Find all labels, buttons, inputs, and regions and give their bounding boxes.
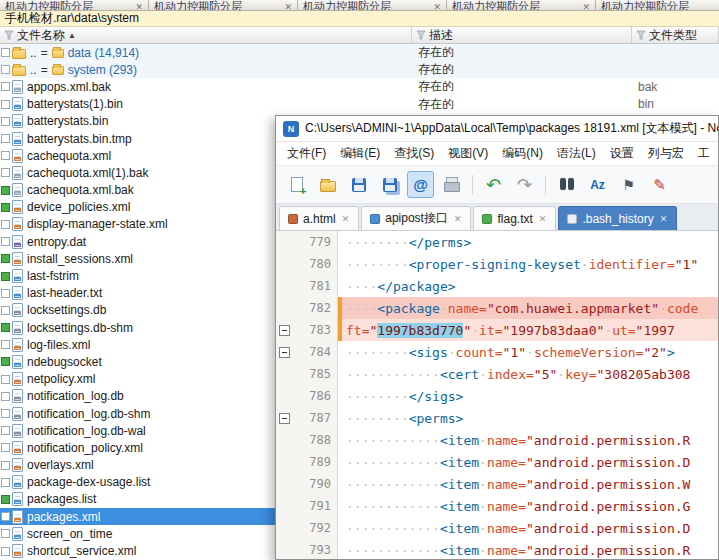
row-checkbox[interactable] xyxy=(1,272,10,281)
file-row[interactable]: ..=system (293)存在的 xyxy=(0,61,719,78)
filter-funnel-icon[interactable] xyxy=(4,30,14,40)
print-button[interactable] xyxy=(438,171,465,198)
menu-item[interactable]: 工 xyxy=(691,143,717,164)
row-checkbox[interactable] xyxy=(1,426,10,435)
row-checkbox[interactable] xyxy=(1,186,10,195)
menu-item[interactable]: 设置 xyxy=(603,143,641,164)
row-checkbox[interactable] xyxy=(1,547,10,556)
row-checkbox[interactable] xyxy=(1,220,10,229)
new-file-button[interactable] xyxy=(283,171,310,198)
code-line[interactable]: 780········<proper-signing-keyset·identi… xyxy=(276,253,718,275)
code-area[interactable]: 779········</perms>780········<proper-si… xyxy=(276,231,718,559)
code-line[interactable]: 793············<item·name="android.permi… xyxy=(276,539,718,559)
tab-close-icon[interactable]: ✕ xyxy=(433,2,441,10)
tab-close-icon[interactable]: ✕ xyxy=(341,214,351,224)
row-checkbox[interactable] xyxy=(1,100,10,109)
save-all-button[interactable] xyxy=(376,171,403,198)
undo-button[interactable]: ↶ xyxy=(480,171,507,198)
bookmark-flag-button[interactable]: ⚑ xyxy=(615,171,642,198)
tab-close-icon[interactable]: ✕ xyxy=(538,214,548,224)
code-line[interactable]: 791············<item·name="android.permi… xyxy=(276,495,718,517)
top-tab[interactable]: 机动力控期防分层✕ xyxy=(447,0,596,10)
row-checkbox[interactable] xyxy=(1,357,10,366)
tab-close-icon[interactable]: ✕ xyxy=(582,2,590,10)
fold-toggle-icon[interactable] xyxy=(279,413,290,424)
at-preview-button[interactable]: @ xyxy=(407,171,434,198)
row-checkbox[interactable] xyxy=(1,203,10,212)
menu-item[interactable]: 列与宏 xyxy=(641,143,691,164)
edit-pencil-button[interactable]: ✎ xyxy=(646,171,673,198)
row-checkbox[interactable] xyxy=(1,48,10,57)
row-checkbox[interactable] xyxy=(1,134,10,143)
open-folder-button[interactable] xyxy=(314,171,341,198)
row-checkbox[interactable] xyxy=(1,392,10,401)
row-checkbox[interactable] xyxy=(1,409,10,418)
row-checkbox[interactable] xyxy=(1,82,10,91)
editor-tab[interactable]: a.html✕ xyxy=(279,206,359,230)
code-line[interactable]: 781····</package> xyxy=(276,275,718,297)
save-button[interactable] xyxy=(345,171,372,198)
file-row[interactable]: ..=data (14,914)存在的 xyxy=(0,44,719,61)
tab-close-icon[interactable]: ✕ xyxy=(135,2,143,10)
tab-close-icon[interactable]: ✕ xyxy=(284,2,292,10)
line-gutter: 780 xyxy=(276,253,338,275)
top-tab[interactable]: 机动力控期防分层✕ xyxy=(298,0,447,10)
file-row[interactable]: appops.xml.bak存在的bak xyxy=(0,78,719,95)
row-checkbox[interactable] xyxy=(1,512,10,521)
column-header-description[interactable]: 描述 xyxy=(412,27,632,43)
column-label: 描述 xyxy=(429,27,453,43)
code-line[interactable]: 783ft="1997b83d770"·it="1997b83daa0"·ut=… xyxy=(276,319,718,341)
code-line[interactable]: 789············<item·name="android.permi… xyxy=(276,451,718,473)
code-line[interactable]: 784········<sigs·count="1"·schemeVersion… xyxy=(276,341,718,363)
row-checkbox[interactable] xyxy=(1,340,10,349)
menu-item[interactable]: 编辑(E) xyxy=(333,143,387,164)
row-checkbox[interactable] xyxy=(1,289,10,298)
row-checkbox[interactable] xyxy=(1,323,10,332)
file-row[interactable]: batterystats(1).bin存在的bin xyxy=(0,96,719,113)
menu-item[interactable]: 视图(V) xyxy=(441,143,495,164)
row-checkbox[interactable] xyxy=(1,478,10,487)
row-checkbox[interactable] xyxy=(1,254,10,263)
row-checkbox[interactable] xyxy=(1,65,10,74)
row-checkbox[interactable] xyxy=(1,443,10,452)
top-tab[interactable]: 机动力控期防分层✕ xyxy=(149,0,298,10)
code-line[interactable]: 788············<item·name="android.permi… xyxy=(276,429,718,451)
column-header-filetype[interactable]: 文件类型 xyxy=(632,27,719,43)
top-tab[interactable]: 机动力控期防分层✕ xyxy=(0,0,149,10)
code-line[interactable]: 787········<perms> xyxy=(276,407,718,429)
row-checkbox[interactable] xyxy=(1,529,10,538)
case-convert-button[interactable]: Az xyxy=(584,171,611,198)
row-checkbox[interactable] xyxy=(1,117,10,126)
title-bar[interactable]: N C:\Users\ADMINI~1\AppData\Local\Temp\p… xyxy=(276,116,718,142)
code-line[interactable]: 792············<item·name="android.permi… xyxy=(276,517,718,539)
row-checkbox[interactable] xyxy=(1,151,10,160)
menu-item[interactable]: 文件(F) xyxy=(280,143,333,164)
tab-close-icon[interactable]: ✕ xyxy=(453,214,463,224)
top-tab[interactable]: 机动力控期防分层✕ xyxy=(596,0,719,10)
code-line[interactable]: 779········</perms> xyxy=(276,231,718,253)
column-header-filename[interactable]: 文件名称 ▲ xyxy=(0,27,412,43)
row-checkbox[interactable] xyxy=(1,168,10,177)
row-checkbox[interactable] xyxy=(1,237,10,246)
tab-close-icon[interactable]: ✕ xyxy=(659,214,669,224)
editor-tab[interactable]: flag.txt✕ xyxy=(473,206,556,230)
row-checkbox[interactable] xyxy=(1,306,10,315)
code-line[interactable]: 785············<cert·index="5"·key="3082… xyxy=(276,363,718,385)
row-checkbox[interactable] xyxy=(1,461,10,470)
menu-item[interactable]: 查找(S) xyxy=(387,143,441,164)
code-line[interactable]: 786········</sigs> xyxy=(276,385,718,407)
fold-toggle-icon[interactable] xyxy=(279,325,290,336)
fold-toggle-icon[interactable] xyxy=(279,347,290,358)
find-binoculars-button[interactable] xyxy=(553,171,580,198)
code-line[interactable]: 790············<item·name="android.permi… xyxy=(276,473,718,495)
filter-funnel-icon[interactable] xyxy=(636,30,646,40)
editor-tab[interactable]: apipost接口✕ xyxy=(361,206,471,230)
menu-item[interactable]: 编码(N) xyxy=(495,143,550,164)
code-line[interactable]: 782····<package·name="com.huawei.appmark… xyxy=(276,297,718,319)
filter-funnel-icon[interactable] xyxy=(416,30,426,40)
editor-tab[interactable]: .bash_history✕ xyxy=(558,206,677,230)
row-checkbox[interactable] xyxy=(1,375,10,384)
menu-item[interactable]: 语法(L) xyxy=(550,143,603,164)
row-checkbox[interactable] xyxy=(1,495,10,504)
redo-button[interactable]: ↷ xyxy=(511,171,538,198)
